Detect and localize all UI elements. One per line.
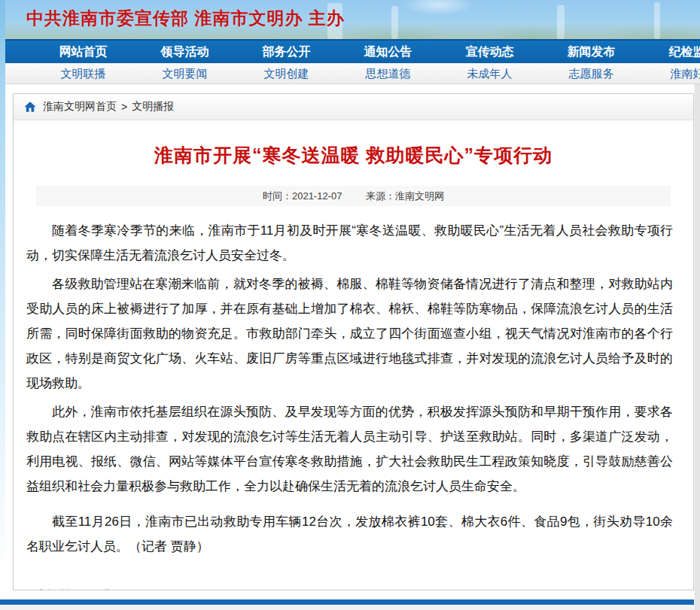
- editor-label: 责任编辑：: [36, 588, 85, 590]
- breadcrumb-home-link[interactable]: 淮南文明网首页: [43, 100, 117, 114]
- editor-name: 吴燕笋: [93, 588, 122, 590]
- footer-bar: [0, 599, 700, 605]
- main-nav: 网站首页 领导活动 部务公开 通知公告 宣传动态 新闻发布 纪检监察: [5, 39, 700, 63]
- article-paragraph: 此外，淮南市依托基层组织在源头预防、及早发现等方面的优势，积极发挥源头预防和早期…: [26, 399, 673, 499]
- subnav-item-morality[interactable]: 思想道德: [337, 63, 439, 83]
- footer-lower-strip: [0, 605, 700, 610]
- home-icon[interactable]: [23, 100, 37, 114]
- content-card: 淮南文明网首页 > 文明播报 淮南市开展“寒冬送温暖 救助暖民心”专项行动 时间…: [13, 93, 694, 590]
- article-body: 随着冬季寒冷季节的来临，淮南市于11月初及时开展“寒冬送温暖、救助暖民心”生活无…: [26, 218, 673, 559]
- subnav-item-volunteer[interactable]: 志愿服务: [540, 63, 642, 83]
- breadcrumb-current: 文明播报: [132, 100, 174, 114]
- sub-nav: 文明联播 文明要闻 文明创建 思想道德 未成年人 志愿服务 淮南好人: [5, 63, 700, 84]
- nav-item-discipline[interactable]: 纪检监察: [642, 41, 700, 63]
- banner-pillar-shape: [391, 6, 398, 39]
- nav-item-news-release[interactable]: 新闻发布: [540, 41, 642, 63]
- article-meta-bar: 时间：2021-12-07 来源：淮南文明网: [36, 186, 671, 206]
- nav-item-homepage[interactable]: 网站首页: [32, 41, 134, 63]
- banner-pillar-shape: [557, 5, 565, 39]
- article-time: 时间：2021-12-07: [263, 190, 342, 202]
- banner-pillar-shape: [654, 2, 660, 39]
- subnav-item-broadcast[interactable]: 文明联播: [32, 63, 134, 83]
- subnav-item-creation[interactable]: 文明创建: [236, 63, 337, 83]
- nav-item-leader-activities[interactable]: 领导活动: [134, 41, 236, 63]
- site-sponsor-text: 中共淮南市委宣传部 淮南市文明办 主办: [26, 7, 345, 30]
- editor-line: 责任编辑： 吴燕笋: [36, 587, 693, 590]
- subnav-item-minors[interactable]: 未成年人: [439, 63, 540, 83]
- article-paragraph: 截至11月26日，淮南市已出动救助专用车辆12台次，发放棉衣裤10套、棉大衣6件…: [26, 509, 673, 559]
- subnav-item-highlights[interactable]: 文明要闻: [134, 63, 236, 83]
- nav-item-dept-affairs[interactable]: 部务公开: [236, 41, 337, 63]
- breadcrumb: 淮南文明网首页 > 文明播报: [14, 94, 693, 120]
- article-paragraph: 随着冬季寒冷季节的来临，淮南市于11月初及时开展“寒冬送温暖、救助暖民心”生活无…: [26, 218, 673, 268]
- nav-item-publicity[interactable]: 宣传动态: [439, 41, 540, 63]
- breadcrumb-separator: >: [121, 101, 127, 113]
- site-header-banner: 中共淮南市委宣传部 淮南市文明办 主办: [5, 0, 700, 39]
- article-title: 淮南市开展“寒冬送温暖 救助暖民心”专项行动: [14, 143, 693, 168]
- article-paragraph: 各级救助管理站在寒潮来临前，就对冬季的被褥、棉服、棉鞋等物资储备情况进行了清点和…: [26, 272, 673, 396]
- nav-item-notices[interactable]: 通知公告: [337, 41, 439, 63]
- subnav-item-good-people[interactable]: 淮南好人: [642, 63, 700, 83]
- page-left-strip: [0, 0, 5, 610]
- scrollbar-track[interactable]: [694, 84, 700, 610]
- article-source: 来源：淮南文明网: [366, 190, 444, 202]
